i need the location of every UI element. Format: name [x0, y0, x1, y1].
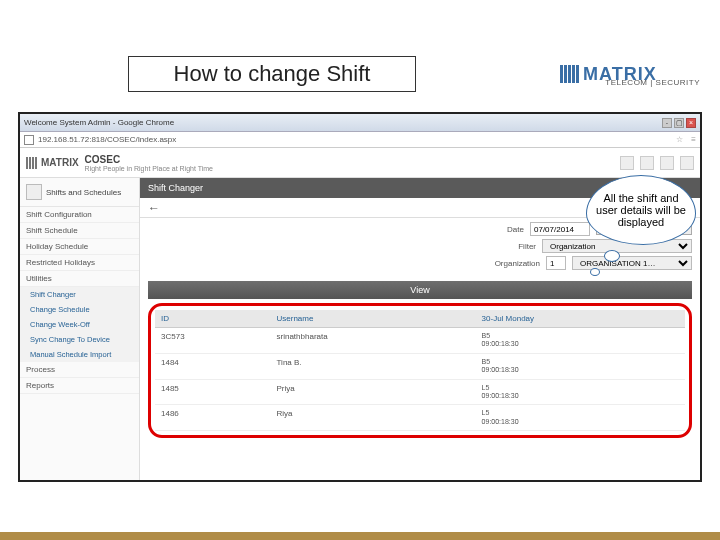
- callout-text: All the shift and user details will be d…: [593, 192, 689, 228]
- app-logo: MATRIX: [26, 157, 79, 169]
- cell-username: Riya: [271, 405, 476, 431]
- header-icons: [620, 156, 694, 170]
- header-icon-1[interactable]: [620, 156, 634, 170]
- browser-titlebar: Welcome System Admin - Google Chrome - ▢…: [20, 114, 700, 132]
- cell-shift: B509:00:18:30: [476, 328, 685, 354]
- sidebar-item-reports[interactable]: Reports: [20, 378, 139, 394]
- product-name: COSEC: [85, 154, 213, 165]
- page-icon: [24, 135, 34, 145]
- organization-label: Organization: [490, 259, 540, 268]
- col-id[interactable]: ID: [155, 310, 271, 328]
- back-button[interactable]: ←: [148, 201, 160, 215]
- screenshot-frame: Welcome System Admin - Google Chrome - ▢…: [18, 112, 702, 482]
- cell-id: 1484: [155, 353, 271, 379]
- header-icon-4[interactable]: [680, 156, 694, 170]
- sidebar-item-process[interactable]: Process: [20, 362, 139, 378]
- sidebar-item-shift-config[interactable]: Shift Configuration: [20, 207, 139, 223]
- table-row[interactable]: 1485PriyaL509:00:18:30: [155, 379, 685, 405]
- cell-shift: L509:00:18:30: [476, 379, 685, 405]
- results-table: ID Username 30-Jul Monday 3C573srinathbh…: [155, 310, 685, 431]
- date-from-input[interactable]: [530, 222, 590, 236]
- product-tagline: Right People in Right Place at Right Tim…: [85, 165, 213, 172]
- sidebar-section-title: Shifts and Schedules: [46, 188, 121, 197]
- clipboard-icon: [26, 184, 42, 200]
- header-icon-2[interactable]: [640, 156, 654, 170]
- sidebar-sub-sync-change[interactable]: Sync Change To Device: [20, 332, 139, 347]
- bookmark-star-icon[interactable]: ☆: [676, 135, 683, 144]
- sidebar-section[interactable]: Shifts and Schedules: [20, 178, 139, 207]
- col-date[interactable]: 30-Jul Monday: [476, 310, 685, 328]
- brand-subtitle: TELECOM | SECURITY: [605, 78, 700, 87]
- window-close-button[interactable]: ×: [686, 118, 696, 128]
- slide-title: How to change Shift: [174, 61, 371, 87]
- window-maximize-button[interactable]: ▢: [674, 118, 684, 128]
- cell-id: 3C573: [155, 328, 271, 354]
- sidebar: Shifts and Schedules Shift Configuration…: [20, 178, 140, 480]
- sidebar-item-utilities[interactable]: Utilities: [20, 271, 139, 287]
- slide-title-box: How to change Shift: [128, 56, 416, 92]
- header-icon-3[interactable]: [660, 156, 674, 170]
- cell-username: Tina B.: [271, 353, 476, 379]
- cell-id: 1486: [155, 405, 271, 431]
- callout-tail-2: [590, 268, 600, 276]
- table-row[interactable]: 1484Tina B.B509:00:18:30: [155, 353, 685, 379]
- filter-label: Filter: [486, 242, 536, 251]
- sidebar-sub-change-weekoff[interactable]: Change Week-Off: [20, 317, 139, 332]
- cell-shift: L509:00:18:30: [476, 405, 685, 431]
- table-row[interactable]: 3C573srinathbharataB509:00:18:30: [155, 328, 685, 354]
- cell-shift: B509:00:18:30: [476, 353, 685, 379]
- app-logo-text: MATRIX: [41, 157, 79, 168]
- table-row[interactable]: 1486RiyaL509:00:18:30: [155, 405, 685, 431]
- window-minimize-button[interactable]: -: [662, 118, 672, 128]
- browser-url-bar: 192.168.51.72:818/COSEC/Index.aspx ☆ ≡: [20, 132, 700, 148]
- org-code-input[interactable]: [546, 256, 566, 270]
- cell-username: Priya: [271, 379, 476, 405]
- view-button[interactable]: View: [148, 281, 692, 299]
- org-select[interactable]: ORGANISATION 1…: [572, 256, 692, 270]
- col-username[interactable]: Username: [271, 310, 476, 328]
- browser-tab-title: Welcome System Admin - Google Chrome: [24, 118, 174, 127]
- page-title: Shift Changer: [148, 183, 203, 193]
- sidebar-item-restricted-holidays[interactable]: Restricted Holidays: [20, 255, 139, 271]
- url-text: 192.168.51.72:818/COSEC/Index.aspx: [38, 135, 176, 144]
- sidebar-item-shift-schedule[interactable]: Shift Schedule: [20, 223, 139, 239]
- sidebar-sub-manual-import[interactable]: Manual Schedule Import: [20, 347, 139, 362]
- results-highlight: ID Username 30-Jul Monday 3C573srinathbh…: [148, 303, 692, 438]
- view-button-label: View: [410, 285, 429, 295]
- sidebar-sub-change-schedule[interactable]: Change Schedule: [20, 302, 139, 317]
- sidebar-item-holiday-schedule[interactable]: Holiday Schedule: [20, 239, 139, 255]
- callout-bubble: All the shift and user details will be d…: [586, 175, 696, 245]
- app-header: MATRIX COSEC Right People in Right Place…: [20, 148, 700, 178]
- menu-icon[interactable]: ≡: [691, 135, 696, 144]
- date-label: Date: [474, 225, 524, 234]
- cell-username: srinathbharata: [271, 328, 476, 354]
- cell-id: 1485: [155, 379, 271, 405]
- sidebar-sub-shift-changer[interactable]: Shift Changer: [20, 287, 139, 302]
- callout-tail-1: [604, 250, 620, 262]
